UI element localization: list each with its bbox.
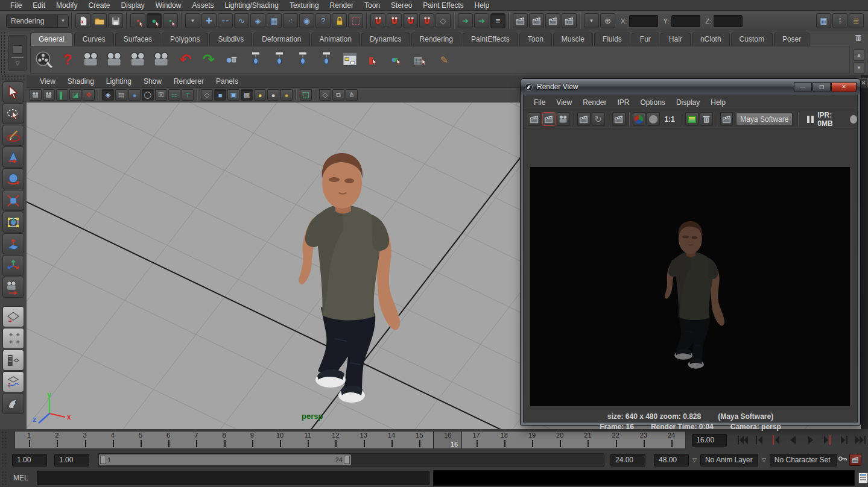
mask-dynamics-button[interactable]: ⁖: [283, 13, 298, 28]
show-manipulator-tool-button[interactable]: [2, 255, 24, 276]
range-start-handle[interactable]: [100, 456, 106, 464]
select-cubes-icon[interactable]: ▦: [410, 48, 431, 72]
lasso-select-tool-button[interactable]: [2, 103, 24, 124]
tool-settings-toggle[interactable]: ⁞: [832, 13, 847, 28]
shelf-scroll-up-button[interactable]: ▲: [854, 49, 864, 61]
wireframe-mode-button[interactable]: ◇: [201, 89, 213, 101]
viewport-menu-lighting[interactable]: Lighting: [100, 77, 138, 86]
open-render-settings-button[interactable]: [720, 112, 733, 126]
field-chart-button[interactable]: ☒: [155, 89, 167, 101]
area-light-icon[interactable]: [315, 48, 337, 72]
shelf-tab-fluids[interactable]: Fluids: [594, 33, 630, 46]
rv-menu-ipr[interactable]: IPR: [612, 98, 635, 107]
menu-window[interactable]: Window: [150, 0, 187, 11]
frame-cell[interactable]: 2: [43, 432, 71, 448]
snap-to-point-button[interactable]: [403, 13, 418, 28]
directional-light-icon[interactable]: [292, 48, 314, 72]
render-current-frame-button[interactable]: [529, 13, 544, 28]
hypershade-bird-button[interactable]: [2, 393, 24, 414]
camera-track-icon[interactable]: [104, 48, 125, 72]
open-scene-button[interactable]: [92, 13, 107, 28]
frame-cell[interactable]: 13: [350, 432, 378, 448]
mel-mode-label[interactable]: MEL: [13, 474, 28, 482]
frame-cell[interactable]: 11: [294, 432, 322, 448]
frame-cell[interactable]: 10: [266, 432, 294, 448]
timeline-grip[interactable]: [1, 431, 7, 449]
xray-mode-button[interactable]: ◇: [319, 89, 331, 101]
frame-cell[interactable]: 22: [602, 432, 630, 448]
character-model[interactable]: [284, 140, 416, 405]
redo-previous-render-button[interactable]: [528, 112, 541, 126]
redo-icon[interactable]: ↷: [198, 48, 220, 72]
wireframe-on-shaded-button[interactable]: ▣: [227, 89, 239, 101]
rv-menu-render[interactable]: Render: [577, 98, 612, 107]
frame-cell[interactable]: 8: [211, 432, 238, 448]
select-shaded-object-icon[interactable]: ●■: [386, 48, 408, 72]
image-plane-button[interactable]: ◪: [69, 89, 81, 101]
menu-display[interactable]: Display: [115, 0, 150, 11]
frame-cell[interactable]: 14: [378, 432, 405, 448]
smooth-shade-mode-button[interactable]: ■: [214, 89, 226, 101]
default-light-button[interactable]: ●: [267, 89, 279, 101]
frame-cell[interactable]: 24: [657, 432, 685, 448]
z-coord-input[interactable]: [714, 15, 743, 27]
shelf-tab-subdivs[interactable]: Subdivs: [209, 33, 252, 46]
frame-cell[interactable]: 19: [518, 432, 546, 448]
command-line-grip[interactable]: [1, 471, 7, 485]
x-coord-input[interactable]: [629, 15, 658, 27]
refresh-ipr-button[interactable]: ↻: [592, 112, 605, 126]
select-tool-button[interactable]: [2, 81, 24, 102]
shelf-trash-icon[interactable]: [854, 33, 863, 43]
menu-create[interactable]: Create: [83, 0, 115, 11]
frame-cell[interactable]: 23: [630, 432, 657, 448]
make-live-button[interactable]: ◇: [436, 13, 451, 28]
play-backwards-button[interactable]: [786, 433, 800, 447]
anim-layer-selector[interactable]: No Anim Layer: [700, 454, 758, 467]
menu-help[interactable]: Help: [469, 0, 495, 11]
mask-joints-button[interactable]: ⁃⁃: [218, 13, 233, 28]
camera-rotate-icon[interactable]: [80, 48, 102, 72]
mask-misc-button[interactable]: ?: [315, 13, 331, 28]
auto-keyframe-toggle[interactable]: [849, 454, 861, 466]
snapshot-button[interactable]: [557, 112, 570, 126]
shelf-tab-animation[interactable]: Animation: [311, 33, 360, 46]
shelf-tab-dynamics[interactable]: Dynamics: [361, 33, 410, 46]
gate-mask-button[interactable]: ◯: [142, 89, 154, 101]
lock-selection-button[interactable]: [332, 13, 347, 28]
shelf-grip[interactable]: [0, 31, 7, 75]
shelf-tab-surfaces[interactable]: Surfaces: [115, 33, 160, 46]
shelf-tab-painteffects[interactable]: PaintEffects: [463, 33, 518, 46]
playback-end-field[interactable]: 24.00: [610, 454, 645, 467]
output-connections-button[interactable]: ➜: [474, 13, 489, 28]
maximize-button[interactable]: ▢: [813, 82, 831, 92]
rv-menu-file[interactable]: File: [528, 98, 551, 107]
menu-file[interactable]: File: [5, 0, 27, 11]
frame-cell[interactable]: 20: [546, 432, 574, 448]
outliner-persp-layout-button[interactable]: [2, 350, 24, 371]
current-time-field[interactable]: 16.00: [692, 434, 727, 447]
time-slider[interactable]: 1 2 3 4 5 6 7 8 9 10 11 12 13 14 15 1616…: [14, 431, 686, 449]
y-coord-input[interactable]: [671, 15, 700, 27]
range-slider-track[interactable]: 1 24: [98, 453, 604, 467]
shelf-tab-curves[interactable]: Curves: [74, 33, 114, 46]
soft-modification-tool-button[interactable]: [2, 233, 24, 254]
rotate-tool-button[interactable]: [2, 168, 24, 189]
script-editor-button[interactable]: [858, 473, 868, 483]
rv-menu-options[interactable]: Options: [635, 98, 671, 107]
snap-to-plane-button[interactable]: [419, 13, 434, 28]
shelf-tab-switcher[interactable]: ▽: [8, 35, 27, 71]
safe-action-button[interactable]: ⚏: [168, 89, 180, 101]
render-view-titlebar[interactable]: Render View — ▢ ✕: [521, 79, 860, 95]
attribute-editor-toggle[interactable]: ▦: [816, 13, 831, 28]
two-d-pan-zoom-button[interactable]: ✥: [83, 89, 95, 101]
shelf-tab-hair[interactable]: Hair: [661, 33, 691, 46]
frame-cell[interactable]: 7: [182, 432, 210, 448]
help-icon[interactable]: ?: [57, 48, 78, 72]
safe-title-button[interactable]: T: [182, 89, 194, 101]
play-forwards-button[interactable]: [803, 433, 817, 447]
frame-cell[interactable]: 18: [490, 432, 518, 448]
step-back-key-button[interactable]: [769, 433, 784, 447]
pause-ipr-icon[interactable]: [807, 116, 814, 123]
mask-curves-button[interactable]: ∿: [234, 13, 249, 28]
menu-assets[interactable]: Assets: [186, 0, 219, 11]
